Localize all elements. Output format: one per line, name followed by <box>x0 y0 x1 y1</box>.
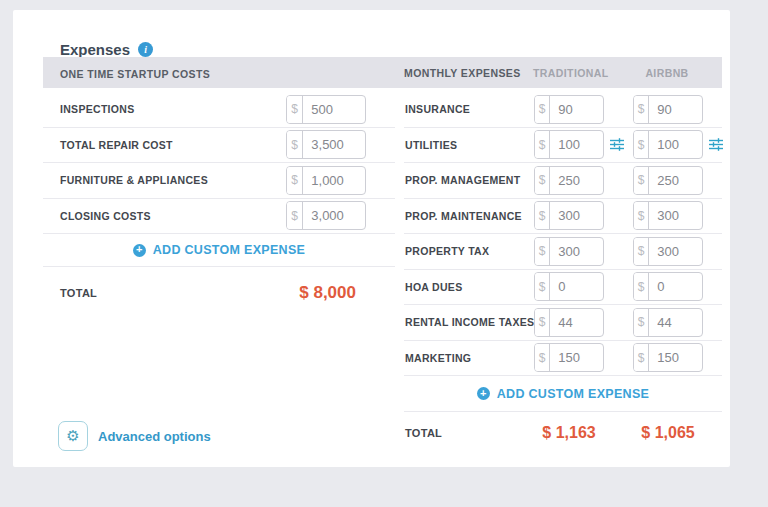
expense-label: MARKETING <box>405 352 534 364</box>
expense-label: PROPERTY TAX <box>405 245 534 257</box>
currency-prefix: $ <box>535 344 550 371</box>
utilities-airbnb-sliders[interactable] <box>703 138 723 151</box>
utilities-traditional-sliders[interactable] <box>604 138 633 151</box>
amount-field: $ <box>286 201 366 230</box>
panel-header-bar: ONE TIME STARTUP COSTS MONTHLY EXPENSES … <box>43 57 722 88</box>
amount-field: $ <box>633 130 703 159</box>
currency-prefix: $ <box>634 167 649 194</box>
one-time-costs-panel: INSPECTIONS $ TOTAL REPAIR COST $ FURNIT… <box>43 88 395 442</box>
column-header-traditional: TRADITIONAL <box>533 67 603 79</box>
table-row: PROPERTY TAX $ $ <box>404 234 722 270</box>
amount-field: $ <box>534 272 604 301</box>
prop-management-traditional-input[interactable] <box>550 167 603 194</box>
amount-field: $ <box>534 201 604 230</box>
plus-circle-icon: + <box>477 387 490 400</box>
expense-label: PROP. MANAGEMENT <box>405 174 534 186</box>
marketing-traditional-input[interactable] <box>550 344 603 371</box>
currency-prefix: $ <box>634 202 649 229</box>
expense-label: FURNITURE & APPLIANCES <box>60 174 286 186</box>
marketing-airbnb-input[interactable] <box>649 344 702 371</box>
table-row: FURNITURE & APPLIANCES $ <box>43 163 395 199</box>
prop-management-airbnb-input[interactable] <box>649 167 702 194</box>
sliders-icon <box>610 138 624 151</box>
table-row: INSURANCE $ $ <box>404 92 722 128</box>
hoa-dues-airbnb-input[interactable] <box>649 273 702 300</box>
utilities-traditional-input[interactable] <box>550 131 603 158</box>
table-row: PROP. MAINTENANCE $ $ <box>404 199 722 235</box>
property-tax-airbnb-input[interactable] <box>649 238 702 265</box>
plus-circle-icon: + <box>133 244 146 257</box>
left-panel-header: ONE TIME STARTUP COSTS <box>60 68 210 80</box>
insurance-airbnb-input[interactable] <box>649 96 702 123</box>
insurance-traditional-input[interactable] <box>550 96 603 123</box>
amount-field: $ <box>633 272 703 301</box>
table-row: MARKETING $ $ <box>404 341 722 377</box>
amount-field: $ <box>286 130 366 159</box>
amount-field: $ <box>633 201 703 230</box>
expense-label: TOTAL REPAIR COST <box>60 139 286 151</box>
currency-prefix: $ <box>535 96 550 123</box>
currency-prefix: $ <box>634 273 649 300</box>
currency-prefix: $ <box>287 131 303 158</box>
expense-label: CLOSING COSTS <box>60 210 286 222</box>
total-label: TOTAL <box>405 427 534 439</box>
prop-maintenance-airbnb-input[interactable] <box>649 202 702 229</box>
advanced-options-button[interactable]: ⚙ <box>58 421 88 451</box>
inspections-input[interactable] <box>303 96 365 123</box>
expense-label: INSURANCE <box>405 103 534 115</box>
advanced-options-link[interactable]: Advanced options <box>98 429 211 444</box>
add-custom-expense-button[interactable]: + ADD CUSTOM EXPENSE <box>43 234 395 267</box>
amount-field: $ <box>534 166 604 195</box>
utilities-airbnb-input[interactable] <box>649 131 702 158</box>
currency-prefix: $ <box>634 309 649 336</box>
amount-field: $ <box>286 166 366 195</box>
table-row: INSPECTIONS $ <box>43 92 395 128</box>
currency-prefix: $ <box>535 238 550 265</box>
amount-field: $ <box>534 308 604 337</box>
table-row: RENTAL INCOME TAXES $ $ <box>404 305 722 341</box>
currency-prefix: $ <box>634 344 649 371</box>
page-title-text: Expenses <box>60 41 130 58</box>
closing-costs-input[interactable] <box>303 202 365 229</box>
info-icon[interactable]: i <box>138 42 153 57</box>
amount-field: $ <box>534 343 604 372</box>
amount-field: $ <box>633 166 703 195</box>
sliders-icon <box>709 138 723 151</box>
furniture-appliances-input[interactable] <box>303 167 365 194</box>
advanced-options: ⚙ Advanced options <box>58 421 211 451</box>
property-tax-traditional-input[interactable] <box>550 238 603 265</box>
rental-income-taxes-traditional-input[interactable] <box>550 309 603 336</box>
add-custom-expense-label: ADD CUSTOM EXPENSE <box>153 243 305 257</box>
currency-prefix: $ <box>535 273 550 300</box>
currency-prefix: $ <box>634 96 649 123</box>
amount-field: $ <box>534 237 604 266</box>
currency-prefix: $ <box>287 96 303 123</box>
currency-prefix: $ <box>287 167 303 194</box>
total-repair-cost-input[interactable] <box>303 131 365 158</box>
monthly-total-row: TOTAL $ 1,163 $ 1,065 <box>404 412 722 442</box>
table-row: TOTAL REPAIR COST $ <box>43 128 395 164</box>
amount-field: $ <box>286 95 366 124</box>
prop-maintenance-traditional-input[interactable] <box>550 202 603 229</box>
currency-prefix: $ <box>535 202 550 229</box>
right-panel-header: MONTHLY EXPENSES <box>404 67 533 79</box>
gear-icon: ⚙ <box>66 429 79 444</box>
page-title: Expenses i <box>60 41 153 58</box>
amount-field: $ <box>633 308 703 337</box>
rental-income-taxes-airbnb-input[interactable] <box>649 309 702 336</box>
amount-field: $ <box>633 95 703 124</box>
currency-prefix: $ <box>634 238 649 265</box>
one-time-total-value: $ 8,000 <box>299 283 356 303</box>
table-row: UTILITIES $ <box>404 128 722 164</box>
monthly-total-traditional: $ 1,163 <box>534 424 604 442</box>
currency-prefix: $ <box>535 131 550 158</box>
expenses-card: Expenses i ONE TIME STARTUP COSTS MONTHL… <box>13 10 730 467</box>
column-header-airbnb: AIRBNB <box>632 67 702 79</box>
currency-prefix: $ <box>535 309 550 336</box>
hoa-dues-traditional-input[interactable] <box>550 273 603 300</box>
currency-prefix: $ <box>535 167 550 194</box>
add-custom-expense-button[interactable]: + ADD CUSTOM EXPENSE <box>404 376 722 412</box>
currency-prefix: $ <box>634 131 649 158</box>
currency-prefix: $ <box>287 202 303 229</box>
table-row: HOA DUES $ $ <box>404 270 722 306</box>
